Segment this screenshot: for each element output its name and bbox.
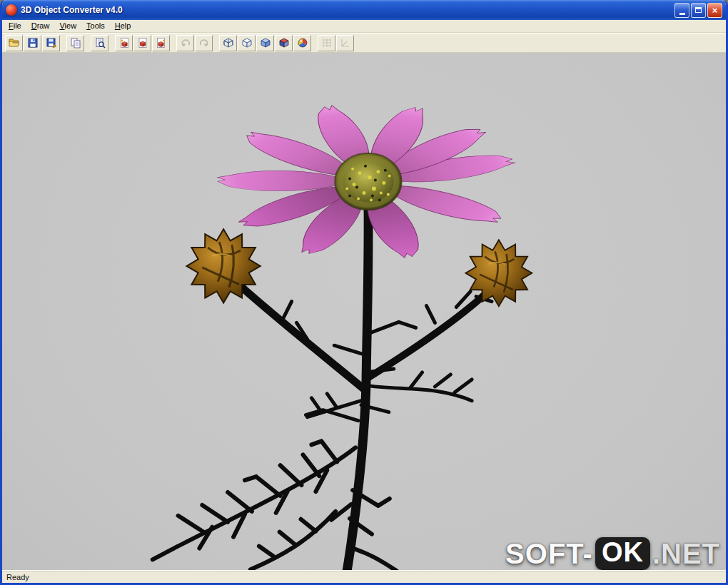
menu-file[interactable]: File (4, 21, 26, 31)
page-cube-icon (137, 37, 148, 49)
redo-arrow-icon (198, 37, 210, 49)
watermark-suffix: .NET (652, 538, 720, 570)
flat-shaded-view-button[interactable] (256, 35, 274, 51)
model-viewport[interactable]: SOFT- OK .NET (2, 53, 726, 570)
close-icon: × (712, 6, 718, 15)
toolbar-separator (213, 35, 218, 51)
menu-view[interactable]: View (54, 21, 81, 31)
grid-toggle-button[interactable] (318, 35, 335, 51)
toolbar-separator (109, 35, 114, 51)
menu-tools[interactable]: Tools (81, 21, 110, 31)
save-as-button[interactable] (42, 35, 60, 51)
toolbar-separator (312, 35, 317, 51)
redo-button[interactable] (195, 35, 213, 51)
next-object-button[interactable] (152, 35, 170, 51)
folder-open-icon (9, 37, 20, 49)
object-info-button[interactable] (133, 35, 151, 51)
app-icon (6, 4, 17, 16)
save-file-button[interactable] (24, 35, 41, 51)
cube-flat-icon (260, 37, 271, 49)
wireframe-view-button[interactable] (219, 35, 237, 51)
minimize-icon (679, 13, 685, 15)
undo-arrow-icon (180, 37, 191, 49)
page-magnifier-icon (94, 37, 106, 49)
open-file-button[interactable] (5, 35, 23, 51)
window-controls: × (674, 3, 722, 18)
textured-view-button[interactable] (293, 35, 311, 51)
close-button[interactable]: × (707, 3, 722, 18)
floppy-disk-icon (27, 37, 39, 49)
preview-button[interactable] (91, 35, 108, 51)
menu-bar: File Draw View Tools Help (2, 20, 726, 33)
smooth-shaded-view-button[interactable] (275, 35, 293, 51)
minimize-button[interactable] (674, 3, 689, 18)
status-text: Ready (6, 573, 29, 581)
hidden-line-view-button[interactable] (238, 35, 256, 51)
axes-toggle-button[interactable] (336, 35, 354, 51)
watermark-box: OK (595, 537, 650, 570)
title-bar[interactable]: 3D Object Converter v4.0 × (2, 0, 726, 20)
watermark: SOFT- OK .NET (505, 537, 720, 570)
previous-object-button[interactable] (115, 35, 133, 51)
page-cube-prev-icon (118, 37, 130, 49)
toolbar-separator (171, 35, 176, 51)
grid-icon (321, 37, 333, 49)
maximize-button[interactable] (691, 3, 706, 18)
cube-wireframe-icon (223, 37, 234, 49)
toolbar-separator (85, 35, 90, 51)
flower-center-disc (335, 153, 401, 210)
copy-button[interactable] (66, 35, 84, 51)
app-window: 3D Object Converter v4.0 × File Draw Vie… (0, 0, 728, 585)
menu-draw[interactable]: Draw (26, 21, 55, 31)
menu-help[interactable]: Help (110, 21, 136, 31)
watermark-prefix: SOFT- (505, 538, 593, 570)
maximize-icon (695, 7, 702, 13)
toolbar-separator (61, 35, 66, 51)
copy-pages-icon (70, 37, 81, 49)
undo-button[interactable] (176, 35, 194, 51)
cube-hidden-icon (241, 37, 253, 49)
floppy-export-icon (46, 37, 57, 49)
status-bar: Ready (2, 570, 726, 583)
window-title: 3D Object Converter v4.0 (21, 5, 671, 15)
cosmos-flower-model[interactable] (2, 53, 726, 570)
sphere-color-icon (297, 37, 308, 49)
toolbar (2, 33, 726, 53)
axes-icon (340, 37, 351, 49)
page-cube-next-icon (156, 37, 167, 49)
cube-colored-icon (278, 37, 290, 49)
